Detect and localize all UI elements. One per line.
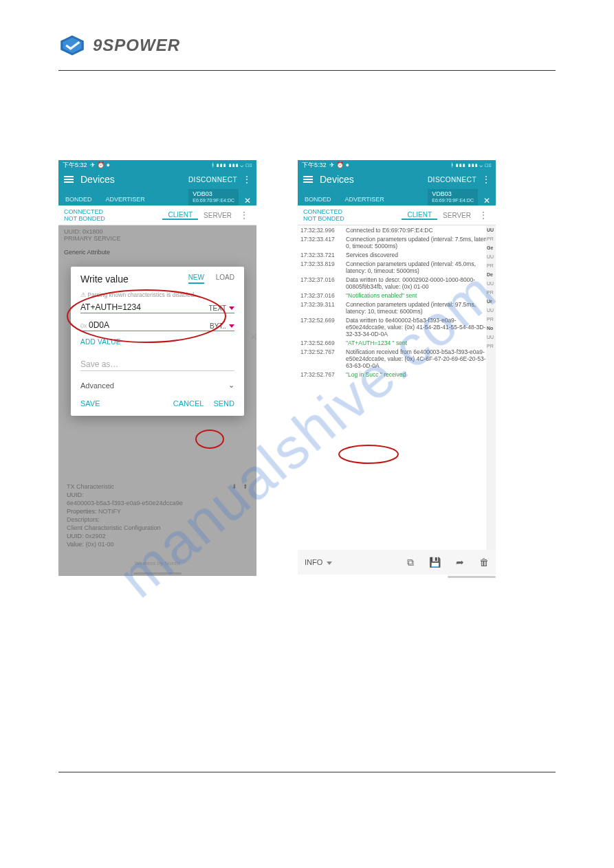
status-time: 下午5:32 bbox=[302, 161, 327, 170]
close-tab-icon[interactable]: ✕ bbox=[239, 196, 256, 205]
log-rows[interactable]: 17:32:32.996Connected to E6:69:70:9F:E4:… bbox=[298, 225, 496, 381]
log-panel: 17:32:32.996Connected to E6:69:70:9F:E4:… bbox=[298, 225, 496, 550]
brand-logo-icon bbox=[58, 34, 86, 56]
log-message: Data written to 6e400002-b5a3-f393-e0a9-… bbox=[346, 317, 494, 337]
bottom-toolbar: INFO ⧉ 💾 ➦ 🗑 bbox=[298, 550, 496, 575]
tab-client[interactable]: CLIENT bbox=[402, 211, 437, 220]
save-button[interactable]: SAVE bbox=[80, 399, 100, 408]
annotation-oval-login-succ bbox=[338, 444, 399, 465]
not-bonded-label: NOT BONDED bbox=[303, 215, 344, 222]
value-input-1[interactable]: AT+AUTH=1234 bbox=[80, 302, 204, 312]
log-timestamp: 17:32:37.016 bbox=[300, 276, 342, 290]
svg-point-4 bbox=[339, 445, 398, 463]
device-name: VDB03 bbox=[193, 190, 212, 197]
tab-server[interactable]: SERVER bbox=[437, 212, 476, 219]
dialog-tab-new[interactable]: NEW bbox=[188, 274, 204, 284]
cancel-button[interactable]: CANCEL bbox=[173, 399, 204, 408]
log-message: Connection parameters updated (interval:… bbox=[346, 301, 494, 315]
overflow-menu-icon[interactable]: ⋮ bbox=[476, 210, 490, 220]
copy-icon[interactable]: ⧉ bbox=[407, 557, 414, 568]
value-field-2[interactable]: 0D0A BYT.. bbox=[80, 320, 234, 331]
connection-status-row: CONNECTED NOT BONDED CLIENT SERVER ⋮ bbox=[298, 205, 496, 225]
log-message: "Log in Succ " received bbox=[346, 371, 494, 378]
advanced-toggle[interactable]: Advanced ⌄ bbox=[80, 381, 234, 390]
tab-advertiser[interactable]: ADVERTISER bbox=[338, 193, 391, 205]
type-select-1[interactable]: TEXT bbox=[208, 304, 234, 312]
share-icon[interactable]: ➦ bbox=[456, 557, 464, 568]
chevron-down-icon: ⌄ bbox=[228, 381, 234, 390]
document-page: 9SPOWER 下午5:32✈ ⏰ ● ᚼ ▮▮▮ ▮▮▮ ⌵ ▢▯ Devic… bbox=[0, 0, 614, 841]
log-timestamp: 17:32:52.669 bbox=[300, 340, 342, 346]
app-title: Devices bbox=[320, 174, 428, 185]
header-rule bbox=[58, 70, 556, 71]
disconnect-button[interactable]: DISCONNECT bbox=[428, 176, 476, 183]
status-left-icons: ✈ ⏰ ● bbox=[329, 162, 349, 168]
remove-field-icon[interactable]: ✕ bbox=[250, 331, 256, 342]
tab-server[interactable]: SERVER bbox=[198, 212, 237, 219]
app-header: Devices DISCONNECT ⋮ BONDED ADVERTISER V… bbox=[58, 170, 256, 205]
send-button[interactable]: SEND bbox=[213, 399, 234, 408]
overflow-menu-icon[interactable]: ⋮ bbox=[237, 210, 251, 220]
tab-device[interactable]: VDB03 E6:69:70:9F:E4:DC bbox=[428, 189, 478, 205]
level-dropdown[interactable]: INFO bbox=[305, 558, 332, 566]
value-field-1[interactable]: AT+AUTH=1234 TEXT bbox=[80, 302, 234, 313]
log-timestamp: 17:32:39.311 bbox=[300, 301, 342, 315]
screenshot-right: 下午5:32✈ ⏰ ● ᚼ ▮▮▮ ▮▮▮ ⌵ ▢▯ Devices DISCO… bbox=[298, 160, 496, 579]
tab-advertiser[interactable]: ADVERTISER bbox=[99, 193, 152, 205]
home-indicator bbox=[448, 576, 496, 578]
log-timestamp: 17:32:52.669 bbox=[300, 317, 342, 337]
android-status-bar: 下午5:32✈ ⏰ ● ᚼ ▮▮▮ ▮▮▮ ⌵ ▢▯ bbox=[298, 160, 496, 170]
hamburger-icon[interactable] bbox=[303, 175, 313, 184]
log-message: Connection parameters updated (interval:… bbox=[346, 236, 494, 249]
screenshot-left: 下午5:32✈ ⏰ ● ᚼ ▮▮▮ ▮▮▮ ⌵ ▢▯ Devices DISCO… bbox=[58, 160, 256, 579]
status-right-icons: ᚼ ▮▮▮ ▮▮▮ ⌵ ▢▯ bbox=[450, 162, 492, 168]
log-message: Data written to descr. 00002902-0000-100… bbox=[346, 276, 494, 290]
dimmed-background: UUID: 0x1800 PRIMARY SERVICE Generic Att… bbox=[58, 225, 256, 576]
connected-label: CONNECTED bbox=[64, 208, 105, 215]
status-left-icons: ✈ ⏰ ● bbox=[90, 162, 110, 168]
parsing-warning: ⚠ Parsing known characteristics is disab… bbox=[80, 291, 234, 298]
tab-bonded[interactable]: BONDED bbox=[298, 193, 338, 205]
save-icon[interactable]: 💾 bbox=[429, 557, 441, 568]
tab-bonded[interactable]: BONDED bbox=[58, 193, 99, 205]
connection-status-row: CONNECTED NOT BONDED CLIENT SERVER ⋮ bbox=[58, 205, 256, 225]
log-message: "Notifications enabled" sent bbox=[346, 292, 494, 299]
footer-rule bbox=[58, 772, 556, 772]
device-name: VDB03 bbox=[432, 190, 452, 197]
log-message: Connected to E6:69:70:9F:E4:DC bbox=[346, 227, 494, 234]
tab-device[interactable]: VDB03 E6:69:70:9F:E4:DC bbox=[188, 189, 239, 205]
log-message: Connection parameters updated (interval:… bbox=[346, 260, 494, 274]
log-timestamp: 17:32:37.016 bbox=[300, 292, 342, 299]
tab-client[interactable]: CLIENT bbox=[162, 211, 198, 220]
app-title: Devices bbox=[80, 174, 188, 185]
save-as-input[interactable]: Save as… bbox=[80, 359, 234, 371]
write-value-dialog: Write value NEW LOAD ⚠ Parsing known cha… bbox=[71, 267, 244, 416]
log-timestamp: 17:32:52.767 bbox=[300, 371, 342, 378]
right-services-strip: UUPRGeUUPRDeUUPRUrUUPRNoUUPR bbox=[486, 225, 496, 550]
overflow-menu-icon[interactable]: ⋮ bbox=[243, 175, 251, 184]
log-message: Notification received from 6e400003-b5a3… bbox=[346, 348, 494, 369]
device-mac: E6:69:70:9F:E4:DC bbox=[193, 197, 234, 204]
add-value-button[interactable]: ADD VALUE bbox=[80, 338, 234, 346]
delete-icon[interactable]: 🗑 bbox=[479, 557, 489, 568]
disconnect-button[interactable]: DISCONNECT bbox=[188, 176, 237, 183]
brand-name: 9SPOWER bbox=[93, 36, 180, 55]
value-input-2[interactable]: 0D0A bbox=[80, 320, 206, 330]
android-status-bar: 下午5:32✈ ⏰ ● ᚼ ▮▮▮ ▮▮▮ ⌵ ▢▯ bbox=[58, 160, 256, 170]
close-tab-icon[interactable]: ✕ bbox=[478, 196, 496, 205]
log-timestamp: 17:32:32.996 bbox=[300, 227, 342, 234]
dialog-tab-load[interactable]: LOAD bbox=[216, 274, 234, 281]
hamburger-icon[interactable] bbox=[64, 175, 74, 184]
brand-header: 9SPOWER bbox=[58, 34, 556, 56]
screenshots-row: 下午5:32✈ ⏰ ● ᚼ ▮▮▮ ▮▮▮ ⌵ ▢▯ Devices DISCO… bbox=[58, 160, 556, 579]
advanced-label: Advanced bbox=[80, 381, 114, 390]
log-message: Services discovered bbox=[346, 252, 494, 258]
connected-label: CONNECTED bbox=[303, 208, 344, 215]
type-select-2[interactable]: BYT.. bbox=[210, 322, 234, 330]
overflow-menu-icon[interactable]: ⋮ bbox=[482, 175, 490, 184]
log-timestamp: 17:32:52.767 bbox=[300, 348, 342, 369]
status-right-icons: ᚼ ▮▮▮ ▮▮▮ ⌵ ▢▯ bbox=[211, 162, 252, 168]
not-bonded-label: NOT BONDED bbox=[64, 215, 105, 222]
log-timestamp: 17:32:33.417 bbox=[300, 236, 342, 249]
log-timestamp: 17:32:33.721 bbox=[300, 252, 342, 258]
